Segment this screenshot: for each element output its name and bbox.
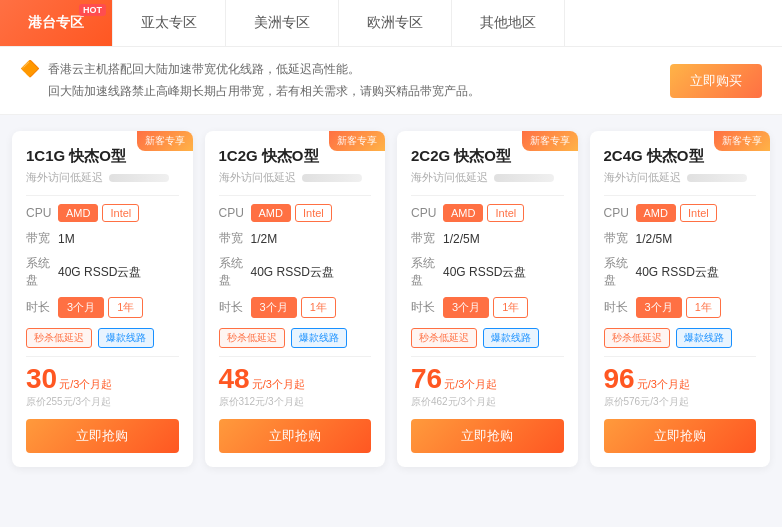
- duration-btns-2: 3个月1年: [443, 297, 528, 318]
- cards-area: 新客专享 1C1G 快杰O型 海外访问低延迟 CPU AMDIntel 带宽 1…: [0, 115, 782, 483]
- cpu-btn-intel[interactable]: Intel: [295, 204, 332, 222]
- disk-label-1: 系统盘: [219, 255, 251, 289]
- spec-bandwidth-row-0: 带宽 1M: [26, 230, 179, 247]
- tab-other[interactable]: 其他地区: [452, 0, 565, 46]
- duration-btn-3-1年[interactable]: 1年: [686, 297, 721, 318]
- spec-bandwidth-row-2: 带宽 1/2/5M: [411, 230, 564, 247]
- disk-value-3: 40G RSSD云盘: [636, 264, 719, 281]
- buy-now-button[interactable]: 立即购买: [670, 64, 762, 98]
- card-subtitle-0: 海外访问低延迟: [26, 170, 179, 185]
- tab-hktw[interactable]: 港台专区 HOT: [0, 0, 113, 46]
- price-row-2: 76 元/3个月起: [411, 365, 564, 393]
- tag-0-1: 爆款线路: [98, 328, 154, 348]
- card-buy-button-2[interactable]: 立即抢购: [411, 419, 564, 453]
- cpu-btn-amd[interactable]: AMD: [636, 204, 676, 222]
- new-badge-2: 新客专享: [522, 131, 578, 151]
- duration-btn-3-3个月[interactable]: 3个月: [636, 297, 682, 318]
- spec-duration-row-1: 时长 3个月1年: [219, 297, 372, 318]
- bandwidth-value-0: 1M: [58, 232, 75, 246]
- price-original-3: 原价576元/3个月起: [604, 395, 757, 409]
- duration-btn-1-3个月[interactable]: 3个月: [251, 297, 297, 318]
- tag-3-0: 秒杀低延迟: [604, 328, 670, 348]
- cpu-btn-amd[interactable]: AMD: [443, 204, 483, 222]
- cpu-label-0: CPU: [26, 206, 58, 220]
- duration-btn-2-1年[interactable]: 1年: [493, 297, 528, 318]
- price-unit-1: 元/3个月起: [252, 377, 305, 392]
- tab-other-label: 其他地区: [480, 14, 536, 30]
- product-card-p4: 新客专享 2C4G 快杰O型 海外访问低延迟 CPU AMDIntel 带宽 1…: [590, 131, 771, 467]
- price-row-3: 96 元/3个月起: [604, 365, 757, 393]
- tag-1-0: 秒杀低延迟: [219, 328, 285, 348]
- spec-cpu-row-1: CPU AMDIntel: [219, 204, 372, 222]
- spec-disk-row-0: 系统盘 40G RSSD云盘: [26, 255, 179, 289]
- cpu-btn-intel[interactable]: Intel: [680, 204, 717, 222]
- price-unit-3: 元/3个月起: [637, 377, 690, 392]
- duration-label-1: 时长: [219, 299, 251, 316]
- product-card-p2: 新客专享 1C2G 快杰O型 海外访问低延迟 CPU AMDIntel 带宽 1…: [205, 131, 386, 467]
- tabs-bar: 港台专区 HOT 亚太专区 美洲专区 欧洲专区 其他地区: [0, 0, 782, 47]
- card-buy-button-1[interactable]: 立即抢购: [219, 419, 372, 453]
- tab-america-label: 美洲专区: [254, 14, 310, 30]
- new-badge-1: 新客专享: [329, 131, 385, 151]
- price-unit-2: 元/3个月起: [444, 377, 497, 392]
- price-num-1: 48: [219, 365, 250, 393]
- bandwidth-value-1: 1/2M: [251, 232, 278, 246]
- cpu-btns-0: AMDIntel: [58, 204, 139, 222]
- tab-america[interactable]: 美洲专区: [226, 0, 339, 46]
- price-original-2: 原价462元/3个月起: [411, 395, 564, 409]
- cpu-btn-amd[interactable]: AMD: [251, 204, 291, 222]
- duration-label-3: 时长: [604, 299, 636, 316]
- card-subtitle-2: 海外访问低延迟: [411, 170, 564, 185]
- duration-btn-0-3个月[interactable]: 3个月: [58, 297, 104, 318]
- price-num-3: 96: [604, 365, 635, 393]
- price-num-2: 76: [411, 365, 442, 393]
- notice-left: 🔶 香港云主机搭配回大陆加速带宽优化线路，低延迟高性能。 回大陆加速线路禁止高峰…: [20, 59, 480, 102]
- spec-disk-row-2: 系统盘 40G RSSD云盘: [411, 255, 564, 289]
- notice-bar: 🔶 香港云主机搭配回大陆加速带宽优化线路，低延迟高性能。 回大陆加速线路禁止高峰…: [0, 47, 782, 115]
- new-badge-0: 新客专享: [137, 131, 193, 151]
- hot-badge: HOT: [79, 4, 106, 16]
- cpu-label-3: CPU: [604, 206, 636, 220]
- spec-disk-row-1: 系统盘 40G RSSD云盘: [219, 255, 372, 289]
- price-original-0: 原价255元/3个月起: [26, 395, 179, 409]
- tag-2-0: 秒杀低延迟: [411, 328, 477, 348]
- disk-value-2: 40G RSSD云盘: [443, 264, 526, 281]
- tag-0-0: 秒杀低延迟: [26, 328, 92, 348]
- duration-btn-0-1年[interactable]: 1年: [108, 297, 143, 318]
- tab-europe[interactable]: 欧洲专区: [339, 0, 452, 46]
- disk-label-3: 系统盘: [604, 255, 636, 289]
- cpu-btns-2: AMDIntel: [443, 204, 524, 222]
- price-row-1: 48 元/3个月起: [219, 365, 372, 393]
- bandwidth-label-2: 带宽: [411, 230, 443, 247]
- duration-btn-1-1年[interactable]: 1年: [301, 297, 336, 318]
- disk-label-0: 系统盘: [26, 255, 58, 289]
- bandwidth-label-1: 带宽: [219, 230, 251, 247]
- cpu-btn-amd[interactable]: AMD: [58, 204, 98, 222]
- spec-duration-row-3: 时长 3个月1年: [604, 297, 757, 318]
- card-buy-button-0[interactable]: 立即抢购: [26, 419, 179, 453]
- disk-value-0: 40G RSSD云盘: [58, 264, 141, 281]
- price-num-0: 30: [26, 365, 57, 393]
- tag-row-3: 秒杀低延迟爆款线路: [604, 328, 757, 348]
- price-unit-0: 元/3个月起: [59, 377, 112, 392]
- bandwidth-label-3: 带宽: [604, 230, 636, 247]
- cpu-btn-intel[interactable]: Intel: [102, 204, 139, 222]
- price-original-1: 原价312元/3个月起: [219, 395, 372, 409]
- spec-disk-row-3: 系统盘 40G RSSD云盘: [604, 255, 757, 289]
- bandwidth-label-0: 带宽: [26, 230, 58, 247]
- new-badge-3: 新客专享: [714, 131, 770, 151]
- disk-value-1: 40G RSSD云盘: [251, 264, 334, 281]
- duration-btn-2-3个月[interactable]: 3个月: [443, 297, 489, 318]
- bandwidth-value-3: 1/2/5M: [636, 232, 673, 246]
- tab-asia[interactable]: 亚太专区: [113, 0, 226, 46]
- cpu-btn-intel[interactable]: Intel: [487, 204, 524, 222]
- card-buy-button-3[interactable]: 立即抢购: [604, 419, 757, 453]
- tag-row-0: 秒杀低延迟爆款线路: [26, 328, 179, 348]
- disk-label-2: 系统盘: [411, 255, 443, 289]
- cpu-btns-1: AMDIntel: [251, 204, 332, 222]
- notice-line2: 回大陆加速线路禁止高峰期长期占用带宽，若有相关需求，请购买精品带宽产品。: [48, 81, 480, 103]
- duration-btns-1: 3个月1年: [251, 297, 336, 318]
- notice-text: 香港云主机搭配回大陆加速带宽优化线路，低延迟高性能。 回大陆加速线路禁止高峰期长…: [48, 59, 480, 102]
- price-row-0: 30 元/3个月起: [26, 365, 179, 393]
- tab-asia-label: 亚太专区: [141, 14, 197, 30]
